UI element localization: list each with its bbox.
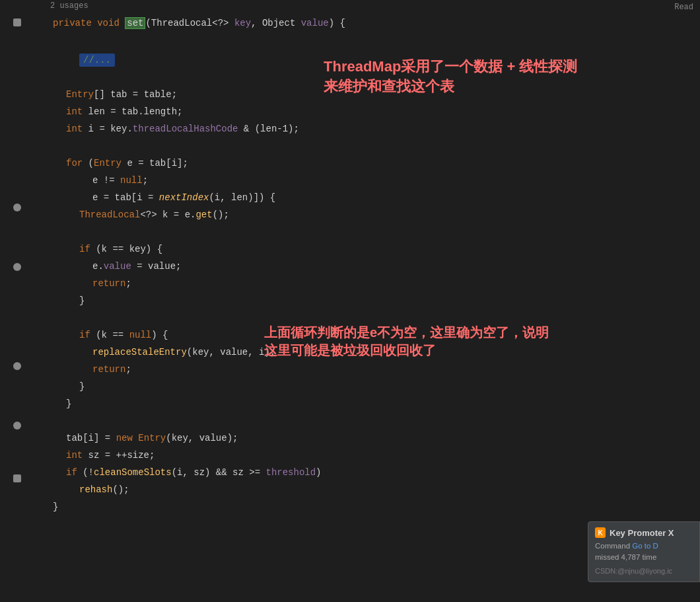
generic: <?> k = e. bbox=[140, 209, 195, 220]
code-line-new-entry: tab[i] = new Entry(key, value); bbox=[46, 430, 700, 447]
annotation-1-line2: 来维护和查找这个表 bbox=[324, 77, 577, 96]
code-line-if-key: if (k == key) { bbox=[46, 241, 700, 258]
e-not-null: e != bbox=[92, 175, 120, 186]
clean-args: (i, sz) && sz >= bbox=[172, 467, 266, 478]
code-line-len: int len = tab.length; bbox=[46, 103, 700, 120]
var-len: len = tab.length; bbox=[88, 106, 183, 117]
field-value: value bbox=[104, 261, 131, 272]
semicolon1: ; bbox=[143, 175, 148, 186]
kw-return1: return bbox=[92, 278, 125, 289]
kpx-suffix: missed 4,787 time bbox=[595, 553, 656, 561]
e-assign: e = tab[i = bbox=[92, 192, 159, 203]
fn-replacestale: replaceStaleEntry bbox=[92, 347, 187, 357]
e-dot: e. bbox=[92, 261, 104, 272]
paren-close: ) { bbox=[329, 18, 345, 28]
field-threshold: threshold bbox=[265, 467, 316, 478]
code-line-method-close: } bbox=[46, 498, 700, 515]
gutter-marker-6 bbox=[13, 474, 21, 482]
type-entry2: Entry bbox=[94, 158, 122, 169]
code-line-for: for (Entry e = tab[i]; bbox=[46, 155, 700, 172]
var-i: i = key. bbox=[88, 124, 133, 134]
gutter-marker-3 bbox=[13, 263, 21, 271]
if-cond2-open: (k == bbox=[96, 330, 129, 340]
kw-private: private bbox=[53, 18, 97, 28]
read-only-label: Read bbox=[668, 0, 700, 15]
code-line-sz: int sz = ++size; bbox=[46, 447, 700, 464]
gutter-marker-4 bbox=[13, 362, 21, 370]
fn-cleansomeslots: cleanSomeSlots bbox=[94, 467, 172, 478]
code-line-return1: return; bbox=[46, 275, 700, 292]
semi-ret2: ; bbox=[125, 364, 131, 375]
args-ni: (i, len)]) { bbox=[209, 192, 275, 203]
kw-void: void bbox=[97, 18, 125, 28]
rehash-call: (); bbox=[112, 484, 129, 495]
kw-new: new bbox=[116, 433, 139, 443]
kpx-title: K Key Promoter X bbox=[595, 527, 693, 538]
kpx-popup[interactable]: K Key Promoter X Command Go to D missed … bbox=[588, 521, 700, 582]
sz-assign: sz = ++size; bbox=[88, 450, 155, 461]
code-line-enull: e != null; bbox=[46, 172, 700, 189]
code-line-close2: } bbox=[46, 378, 700, 395]
code-line-nextindex: e = tab[i = nextIndex(i, len)]) { bbox=[46, 189, 700, 206]
kw-int-i: int bbox=[66, 124, 88, 134]
assign-value: = value; bbox=[131, 261, 182, 272]
kw-if2: if bbox=[79, 330, 96, 340]
if-bang: (! bbox=[83, 467, 94, 478]
new-entry-args: (key, value); bbox=[166, 433, 238, 443]
fn-rehash: rehash bbox=[79, 484, 112, 495]
kw-if1: if bbox=[79, 244, 96, 254]
fn-get: get bbox=[195, 209, 212, 220]
kw-int-len: int bbox=[66, 106, 88, 117]
type-threadlocal: ThreadLocal bbox=[79, 209, 140, 220]
for-e: e = tab[i]; bbox=[122, 158, 188, 169]
if-cond2-close: ) { bbox=[151, 330, 168, 340]
call-close: (); bbox=[213, 209, 229, 220]
annotation-2: 上面循环判断的是e不为空，这里确为空了，说明 这里可能是被垃圾回收回收了 bbox=[264, 324, 549, 359]
field-hashcode: threadLocalHashCode bbox=[133, 124, 238, 134]
usage-label: 2 usages bbox=[46, 0, 92, 12]
annotation-1-line1: ThreadMap采用了一个数据 + 线性探测 bbox=[324, 57, 577, 77]
param-key: key bbox=[234, 18, 251, 28]
kw-int-sz: int bbox=[66, 450, 88, 461]
code-line-for-close: } bbox=[46, 395, 700, 412]
annotation-2-line2: 这里可能是被垃圾回收回收了 bbox=[264, 342, 549, 359]
code-line-k: ThreadLocal<?> k = e.get(); bbox=[46, 206, 700, 223]
type-entry3: Entry bbox=[138, 433, 166, 443]
code-line-1: private void set(ThreadLocal<?> key, Obj… bbox=[46, 15, 700, 32]
bracket: [] bbox=[94, 89, 110, 100]
fn-set-highlighted: set bbox=[125, 17, 145, 29]
kpx-icon: K bbox=[595, 527, 606, 538]
kw-null2: null bbox=[129, 330, 152, 340]
kw-if3: if bbox=[66, 467, 83, 478]
comma: , Object bbox=[251, 18, 301, 28]
kpx-prefix: Command bbox=[595, 542, 632, 550]
gutter-marker-5 bbox=[13, 422, 21, 430]
code-line-i: int i = key.threadLocalHashCode & (len-1… bbox=[46, 120, 700, 137]
code-line-rehash: rehash(); bbox=[46, 481, 700, 498]
kpx-body: Command Go to D missed 4,787 time bbox=[595, 541, 693, 564]
annotation-1: ThreadMap采用了一个数据 + 线性探测 来维护和查找这个表 bbox=[324, 57, 577, 96]
code-line-close1: } bbox=[46, 292, 700, 309]
code-line-return2: return; bbox=[46, 361, 700, 378]
if-close-paren: ) bbox=[316, 467, 321, 478]
ops: & (len-1); bbox=[238, 124, 298, 134]
for-open: ( bbox=[88, 158, 94, 169]
code-line-evalue: e.value = value; bbox=[46, 258, 700, 275]
brace-close2: } bbox=[79, 381, 85, 392]
kpx-title-text: Key Promoter X bbox=[610, 528, 674, 538]
semi-ret1: ; bbox=[125, 278, 131, 289]
args-replace: (key, value, i); bbox=[187, 347, 275, 357]
kpx-link[interactable]: Go to D bbox=[632, 542, 658, 550]
kw-return2: return bbox=[92, 364, 125, 375]
fn-nextindex: nextIndex bbox=[159, 192, 209, 203]
type-entry: Entry bbox=[66, 89, 94, 100]
kw-for: for bbox=[66, 158, 88, 169]
annotation-2-line1: 上面循环判断的是e不为空，这里确为空了，说明 bbox=[264, 324, 549, 342]
tab-i-assign: tab[i] = bbox=[66, 433, 116, 443]
method-brace-close: } bbox=[53, 502, 58, 512]
kw-null: null bbox=[120, 175, 143, 186]
for-brace-close: } bbox=[66, 398, 71, 409]
gutter-marker-1 bbox=[13, 19, 21, 26]
var-tab: tab = table; bbox=[110, 89, 177, 100]
params: (ThreadLocal<?> bbox=[145, 18, 234, 28]
